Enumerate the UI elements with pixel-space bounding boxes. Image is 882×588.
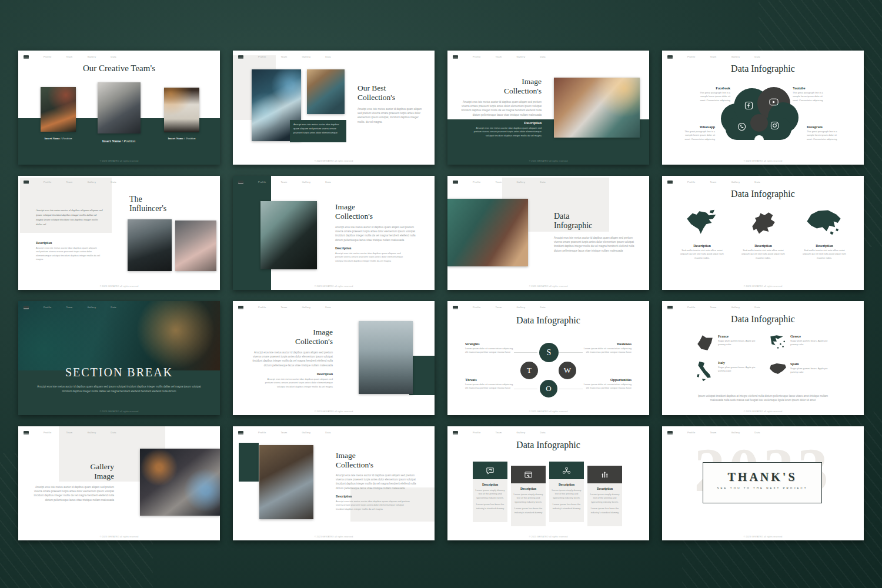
nav-item-team: Team [66,431,72,434]
slide-section-break[interactable]: ProfileTeamGalleryData SECTION BREAK Anu… [18,301,220,415]
nav-item-team: Team [280,181,287,183]
chat-bubble-icon [486,466,495,475]
card-text-1: Lorem ipsum simply dummy text of the pri… [590,493,620,504]
member-position: Position [123,139,135,143]
slide-footer: © 2023 GEVIATRO all rights reserved [662,160,864,162]
social-caption: This great paragraph line is a sample lo… [807,130,843,141]
logo-mark [238,306,243,309]
nav-item-data: Data [325,306,331,309]
slide-title: Data Infographic [662,314,864,325]
nav-item-team: Team [495,306,502,309]
nav-item-profile: Profile [687,431,695,434]
swot-block-threats: Threats Lorem ipsum dolor sit consectetu… [465,378,514,390]
nav-item-team: Team [710,431,716,434]
social-label: Instagram [807,125,843,129]
slide-thanks[interactable]: ProfileTeamGalleryData 2023 THANK'S SEE … [662,426,864,540]
card-text-1: Lorem ipsum simply dummy text of the pri… [513,493,543,504]
slide-footer: © 2023 GEVIATRO all rights reserved [233,536,435,538]
country-name: France [718,335,756,338]
slide-footer: © 2023 GEVIATRO all rights reserved [662,536,864,538]
nav-item-profile: Profile [473,181,480,183]
nav-item-profile: Profile [44,55,51,58]
slide-influincers[interactable]: ProfileTeamGalleryData Anucipt eros iste… [18,176,220,290]
slide-title: Image Collection's [335,202,412,220]
slide-data-infographic-countries[interactable]: ProfileTeamGalleryData Data Infographic … [662,301,864,415]
slide-data-infographic-social[interactable]: ProfileTeamGalleryData Data Infographic … [662,51,864,165]
social-label: Whatsapp [680,125,715,129]
logo-mark [453,431,458,435]
slide-image-collections-2[interactable]: ProfileTeamGalleryData Image Collection'… [233,176,435,290]
slide-footer: © 2023 GEVIATRO all rights reserved [662,410,864,413]
nav-item-gallery: Gallery [516,181,525,183]
body-text: Anucipt eros iste metus auctor id dapibu… [460,100,542,117]
slide-creative-teams[interactable]: ProfileTeamGalleryData Our Creative Team… [18,51,220,165]
slide-nav: ProfileTeamGalleryData [667,54,858,59]
logo-mark [667,55,673,59]
italy-map [696,360,712,382]
description-text: Anucipt eros iste metus auctor idae dapi… [336,500,412,511]
swot-circle-o: O [540,380,557,397]
country-name: Greece [790,335,828,338]
swot-label: Threats [465,378,514,382]
description-text: Anucipt eros iste metus auctor idae dapi… [468,126,542,138]
card-icon-header [473,462,507,479]
slide-data-infographic-swot[interactable]: ProfileTeamGalleryData Data Infographic … [447,301,649,415]
nav-item-profile: Profile [687,306,695,309]
team-member-photo-3 [164,88,199,132]
country-name: Spain [790,362,828,366]
card-icon-header [549,462,584,479]
slide-nav: ProfileTeamGalleryData [24,179,215,185]
social-caption: This great paragraph line is a sample lo… [680,130,715,141]
nav-item-profile: Profile [44,431,51,434]
infographic-photo [447,199,528,266]
map-block: Description Sed mollis tenetur sint ante… [679,244,725,260]
social-block-whatsapp: Whatsapp This great paragraph line is a … [680,125,715,141]
nav-item-team: Team [66,55,72,58]
logo-mark [238,431,243,435]
member-name: Insert Name / [168,137,185,140]
info-card: Description Lorem ipsum simply dummy tex… [587,466,622,526]
france-map [696,334,714,353]
nav-item-data: Data [325,181,331,183]
whatsapp-icon [737,122,746,131]
slide-data-infographic-photo[interactable]: ProfileTeamGalleryData Data Infographic … [447,176,649,290]
slide-footer: © 2023 GEVIATRO all rights reserved [233,285,435,288]
text-overlay-box: Anucipt eros iste metus auctor idae dapi… [290,120,346,142]
nav-item-data: Data [540,181,546,183]
thanks-title: THANK'S [703,470,821,484]
nav-item-team: Team [710,306,716,309]
description-heading: Description [36,241,52,245]
swot-circle-w: W [559,362,576,379]
slide-title: The Influincer's [129,195,206,213]
slide-gallery-image[interactable]: ProfileTeamGalleryData Gallery Image Anu… [18,426,220,540]
slide-title: Gallery Image [44,462,114,480]
social-block-instagram: Instagram This great paragraph line is a… [807,125,843,141]
country-caption: Sugar plum gummi bears. Apple pie yummy … [718,339,756,347]
slide-title: Image Collection's [262,328,333,346]
swot-label: Opportunities [583,378,632,382]
slide-nav: ProfileTeamGalleryData [453,430,644,435]
slide-title: Data Infographic [447,315,649,326]
logo-mark [24,306,29,309]
card-text-1: Lorem ipsum simply dummy text of the pri… [552,489,582,500]
logo-mark [453,55,458,59]
nav-item-profile: Profile [258,181,266,183]
slide-image-collections-3[interactable]: ProfileTeamGalleryData Image Collection'… [233,301,435,415]
nav-item-gallery: Gallery [302,55,310,58]
section-photo [18,301,220,370]
card-heading: Description [590,487,620,490]
slide-title: Our Best Collection's [358,83,433,102]
collection-photo [259,445,313,519]
logo-mark [24,55,29,59]
slide-title: Data Infographic [447,440,649,450]
member-position: Position [186,137,196,140]
slide-image-collections-1[interactable]: ProfileTeamGalleryData Image Collection'… [447,51,649,165]
slide-data-infographic-cards[interactable]: ProfileTeamGalleryData Data Infographic … [447,426,649,540]
slide-data-infographic-continents[interactable]: ProfileTeamGalleryData Data Infographic … [662,176,864,290]
map-caption: Sed mollis tenetur sint ante office anim… [740,249,786,260]
description-text: Anucipt eros iste metus auctor idae dapi… [259,377,333,389]
logo-mark [24,181,29,184]
slide-image-collections-4[interactable]: ProfileTeamGalleryData Image Collection'… [233,426,435,540]
card-text-2: Lorem ipsum has been the industry's stan… [513,507,543,514]
slide-best-collections[interactable]: ProfileTeamGalleryData Anucipt eros iste… [233,51,435,165]
